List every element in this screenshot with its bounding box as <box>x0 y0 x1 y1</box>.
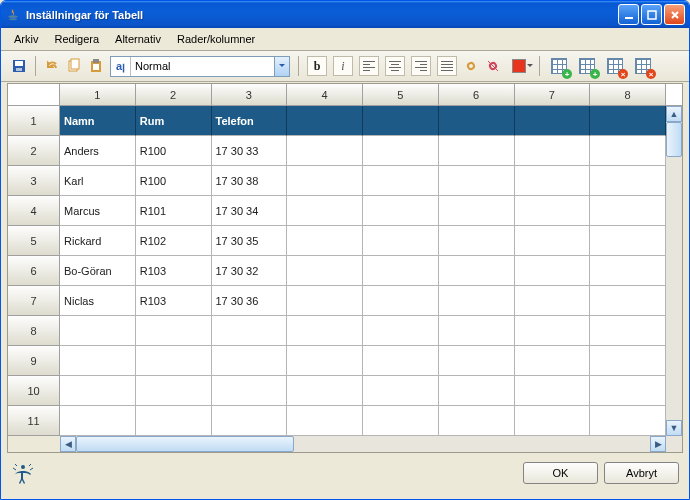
bold-button[interactable]: b <box>307 56 327 76</box>
row-header[interactable]: 6 <box>8 256 60 286</box>
cell[interactable]: R100 <box>136 166 212 196</box>
paste-icon[interactable] <box>88 58 104 74</box>
cell[interactable] <box>515 196 591 226</box>
cell[interactable]: R101 <box>136 196 212 226</box>
cell[interactable] <box>60 406 136 436</box>
cell[interactable] <box>590 346 666 376</box>
save-icon[interactable] <box>11 58 27 74</box>
color-picker[interactable] <box>507 58 531 74</box>
row-header[interactable]: 5 <box>8 226 60 256</box>
cell[interactable]: R103 <box>136 286 212 316</box>
cell[interactable]: R100 <box>136 136 212 166</box>
italic-button[interactable]: i <box>333 56 353 76</box>
style-selector[interactable]: a‌ꞁ Normal <box>110 56 290 77</box>
cell[interactable]: Rum <box>136 106 212 136</box>
cell[interactable]: Anders <box>60 136 136 166</box>
horizontal-scrollbar[interactable]: ◀ ▶ <box>60 436 666 452</box>
cell[interactable] <box>363 136 439 166</box>
close-button[interactable] <box>664 4 685 25</box>
cell[interactable] <box>287 406 363 436</box>
link-icon[interactable] <box>463 58 479 74</box>
maximize-button[interactable] <box>641 4 662 25</box>
cell[interactable]: R103 <box>136 256 212 286</box>
cell[interactable] <box>515 406 591 436</box>
cell[interactable] <box>212 316 288 346</box>
menu-rader-kolumner[interactable]: Rader/kolumner <box>170 31 262 47</box>
row-header[interactable]: 1 <box>8 106 60 136</box>
cell[interactable] <box>287 286 363 316</box>
unlink-icon[interactable] <box>485 58 501 74</box>
cell[interactable] <box>136 376 212 406</box>
cell[interactable] <box>212 346 288 376</box>
scroll-left-icon[interactable]: ◀ <box>60 436 76 452</box>
cell[interactable] <box>515 316 591 346</box>
row-header[interactable]: 4 <box>8 196 60 226</box>
menu-alternativ[interactable]: Alternativ <box>108 31 168 47</box>
row-header[interactable]: 10 <box>8 376 60 406</box>
cell[interactable] <box>136 406 212 436</box>
cell[interactable] <box>363 346 439 376</box>
row-header[interactable]: 9 <box>8 346 60 376</box>
column-header[interactable]: 7 <box>515 84 591 106</box>
cell[interactable] <box>439 316 515 346</box>
cell[interactable] <box>212 376 288 406</box>
cancel-button[interactable]: Avbryt <box>604 462 679 484</box>
column-header[interactable]: 1 <box>60 84 136 106</box>
cell[interactable] <box>363 226 439 256</box>
align-justify-button[interactable] <box>437 56 457 76</box>
scroll-right-icon[interactable]: ▶ <box>650 436 666 452</box>
cell[interactable] <box>287 136 363 166</box>
ok-button[interactable]: OK <box>523 462 598 484</box>
cell[interactable] <box>60 316 136 346</box>
menu-arkiv[interactable]: Arkiv <box>7 31 45 47</box>
align-left-button[interactable] <box>359 56 379 76</box>
cell[interactable]: Niclas <box>60 286 136 316</box>
scroll-thumb[interactable] <box>76 436 294 452</box>
cell[interactable] <box>136 316 212 346</box>
cell[interactable] <box>590 226 666 256</box>
row-header[interactable]: 8 <box>8 316 60 346</box>
cell[interactable]: 17 30 35 <box>212 226 288 256</box>
cell[interactable] <box>590 106 666 136</box>
insert-row-button[interactable]: + <box>548 55 570 77</box>
row-header[interactable]: 7 <box>8 286 60 316</box>
cell[interactable] <box>439 376 515 406</box>
cell[interactable] <box>439 286 515 316</box>
column-header[interactable]: 4 <box>287 84 363 106</box>
cell[interactable] <box>590 286 666 316</box>
cell[interactable]: Bo-Göran <box>60 256 136 286</box>
corner-cell[interactable] <box>8 84 60 106</box>
cell[interactable] <box>287 166 363 196</box>
cell[interactable] <box>515 376 591 406</box>
cell[interactable]: Rickard <box>60 226 136 256</box>
cell[interactable] <box>287 346 363 376</box>
cell[interactable] <box>439 196 515 226</box>
cell[interactable] <box>363 316 439 346</box>
cell[interactable] <box>439 106 515 136</box>
scroll-down-icon[interactable]: ▼ <box>666 420 682 436</box>
cell[interactable] <box>515 166 591 196</box>
column-header[interactable]: 3 <box>212 84 288 106</box>
cell[interactable] <box>363 166 439 196</box>
cell[interactable]: 17 30 32 <box>212 256 288 286</box>
cell[interactable] <box>287 106 363 136</box>
cell[interactable] <box>590 256 666 286</box>
cell[interactable] <box>439 406 515 436</box>
cell[interactable] <box>212 406 288 436</box>
cell[interactable] <box>515 286 591 316</box>
cell[interactable] <box>287 316 363 346</box>
align-right-button[interactable] <box>411 56 431 76</box>
column-header[interactable]: 8 <box>590 84 666 106</box>
cell[interactable] <box>515 106 591 136</box>
titlebar[interactable]: Inställningar för Tabell <box>1 1 689 28</box>
cell[interactable]: Marcus <box>60 196 136 226</box>
cell[interactable] <box>363 406 439 436</box>
chevron-down-icon[interactable] <box>274 57 289 76</box>
row-header[interactable]: 11 <box>8 406 60 436</box>
cell[interactable] <box>439 256 515 286</box>
cell[interactable] <box>287 226 363 256</box>
cell[interactable] <box>363 256 439 286</box>
cell[interactable] <box>439 226 515 256</box>
cell[interactable]: 17 30 36 <box>212 286 288 316</box>
menu-redigera[interactable]: Redigera <box>47 31 106 47</box>
